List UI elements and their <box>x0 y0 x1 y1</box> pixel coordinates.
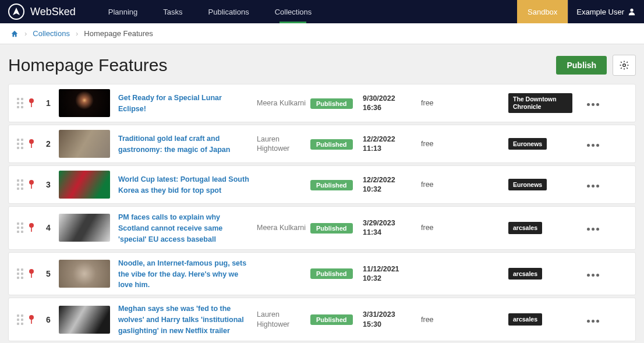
rank-number: 5 <box>41 269 55 278</box>
chevron-right-icon: › <box>24 29 27 38</box>
svg-rect-11 <box>31 273 32 278</box>
publish-date: 3/31/202315:30 <box>363 310 421 329</box>
nav-links: PlanningTasksPublicationsCollections <box>95 0 325 23</box>
thumbnail[interactable] <box>59 306 110 334</box>
more-actions-icon[interactable] <box>587 228 599 231</box>
source-badge: Euronews <box>508 179 547 191</box>
page-title: Homepage Features <box>8 55 556 75</box>
settings-button[interactable] <box>613 55 636 76</box>
access-level: free <box>421 316 508 324</box>
more-actions-icon[interactable] <box>587 185 599 188</box>
rank-number: 2 <box>41 139 55 148</box>
story-title-link[interactable]: PM faces calls to explain why Scotland c… <box>118 213 222 243</box>
rank-number: 6 <box>41 315 55 324</box>
svg-point-10 <box>29 269 34 274</box>
access-level: free <box>421 181 508 189</box>
status-badge: Published <box>310 180 353 190</box>
more-actions-icon[interactable] <box>587 320 599 323</box>
drag-handle-icon[interactable] <box>12 314 27 325</box>
user-menu[interactable]: Example User <box>568 0 644 23</box>
pin-icon[interactable] <box>27 98 41 108</box>
user-name: Example User <box>576 8 624 16</box>
drag-handle-icon[interactable] <box>12 98 27 108</box>
source-badge: Euronews <box>508 138 547 150</box>
rank-number: 1 <box>41 98 55 108</box>
svg-point-4 <box>29 139 34 144</box>
author-name: Lauren Hightower <box>257 310 310 329</box>
story-title-link[interactable]: Get Ready for a Special Lunar Eclipse! <box>118 94 222 113</box>
story-title-link[interactable]: Noodle, an Internet-famous pug, sets the… <box>118 259 246 289</box>
thumbnail[interactable] <box>59 89 110 117</box>
publish-date: 12/2/202211:13 <box>363 135 421 154</box>
drag-handle-icon[interactable] <box>12 179 27 190</box>
svg-rect-7 <box>31 184 32 189</box>
crumb-current: Homepage Features <box>84 29 153 38</box>
story-title-link[interactable]: World Cup latest: Portugal lead South Ko… <box>118 175 249 195</box>
access-level: free <box>421 99 508 107</box>
svg-point-1 <box>623 64 626 67</box>
access-level: free <box>421 224 508 232</box>
rank-number: 3 <box>41 180 55 189</box>
pin-icon[interactable] <box>27 268 41 279</box>
brand-logo-icon <box>8 3 24 20</box>
svg-point-6 <box>29 180 34 185</box>
thumbnail[interactable] <box>59 130 110 158</box>
table-row: 6Meghan says she was 'fed to the wolves'… <box>8 298 636 341</box>
drag-handle-icon[interactable] <box>12 139 27 149</box>
status-badge: Published <box>310 314 353 325</box>
brand-name: WebSked <box>30 6 87 18</box>
nav-link-planning[interactable]: Planning <box>95 0 151 23</box>
more-actions-icon[interactable] <box>587 144 599 147</box>
top-nav: WebSked PlanningTasksPublicationsCollect… <box>0 0 644 23</box>
source-badge: arcsales <box>508 222 542 234</box>
brand: WebSked <box>0 0 95 23</box>
source-badge: arcsales <box>508 313 542 326</box>
svg-rect-3 <box>31 102 32 107</box>
home-icon[interactable] <box>10 30 19 38</box>
status-badge: Published <box>310 268 353 279</box>
svg-rect-9 <box>31 227 32 232</box>
publish-date: 11/12/202110:32 <box>363 264 421 284</box>
pin-icon[interactable] <box>27 222 41 233</box>
chevron-right-icon: › <box>76 29 78 38</box>
breadcrumb: › Collections › Homepage Features <box>0 23 644 44</box>
drag-handle-icon[interactable] <box>12 268 27 279</box>
rank-number: 4 <box>41 223 55 232</box>
source-badge: arcsales <box>508 268 542 280</box>
sandbox-badge[interactable]: Sandbox <box>517 0 568 23</box>
pin-icon[interactable] <box>27 314 41 325</box>
drag-handle-icon[interactable] <box>12 222 27 233</box>
publish-date: 3/29/202311:34 <box>363 218 421 238</box>
svg-point-12 <box>29 315 34 320</box>
source-badge: The Downtown Chronicle <box>508 93 572 112</box>
publish-date: 12/2/202210:32 <box>363 175 421 195</box>
table-row: 3World Cup latest: Portugal lead South K… <box>8 165 636 204</box>
thumbnail[interactable] <box>59 260 110 288</box>
thumbnail[interactable] <box>59 214 110 242</box>
gear-icon <box>619 60 629 70</box>
publish-date: 9/30/202216:36 <box>363 94 421 113</box>
svg-point-8 <box>29 223 34 228</box>
pin-icon[interactable] <box>27 179 41 190</box>
thumbnail[interactable] <box>59 171 110 199</box>
table-row: 5Noodle, an Internet-famous pug, sets th… <box>8 252 636 296</box>
pin-icon[interactable] <box>27 139 41 149</box>
table-row: 1Get Ready for a Special Lunar Eclipse!M… <box>8 84 636 122</box>
status-badge: Published <box>310 223 353 234</box>
access-level: free <box>421 140 508 148</box>
nav-link-collections[interactable]: Collections <box>262 0 325 23</box>
nav-link-publications[interactable]: Publications <box>196 0 262 23</box>
svg-rect-5 <box>31 143 32 148</box>
author-name: Meera Kulkarni <box>257 223 310 232</box>
story-title-link[interactable]: Meghan says she was 'fed to the wolves' … <box>118 305 244 335</box>
svg-point-2 <box>29 98 34 103</box>
more-actions-icon[interactable] <box>587 274 599 277</box>
story-title-link[interactable]: Traditional gold leaf craft and gastrono… <box>118 135 230 154</box>
crumb-collections[interactable]: Collections <box>33 29 70 38</box>
page-header: Homepage Features Publish <box>0 44 644 84</box>
collection-rows: 1Get Ready for a Special Lunar Eclipse!M… <box>0 84 644 343</box>
more-actions-icon[interactable] <box>587 103 599 106</box>
nav-link-tasks[interactable]: Tasks <box>150 0 195 23</box>
user-icon <box>628 8 636 16</box>
publish-button[interactable]: Publish <box>556 56 607 75</box>
